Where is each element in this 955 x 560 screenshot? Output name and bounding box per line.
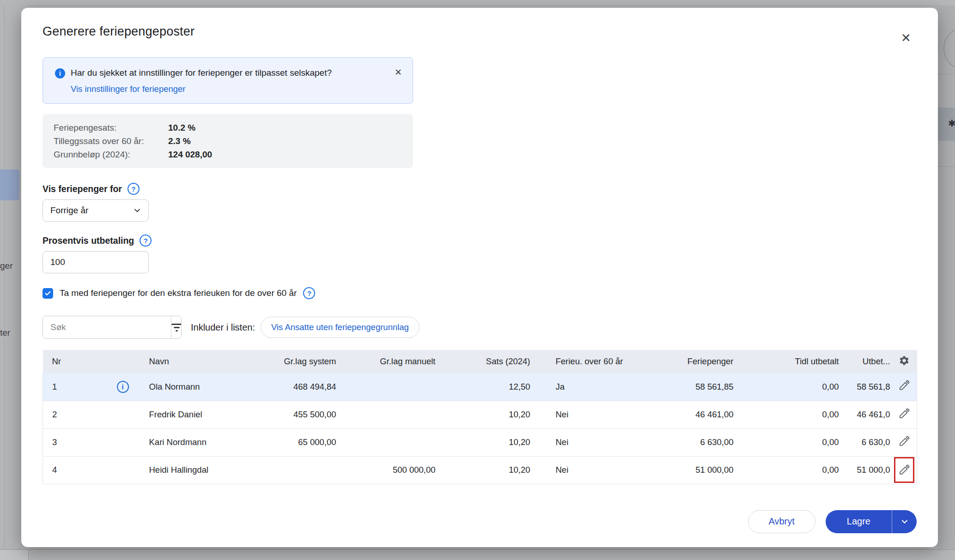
table-row[interactable]: 4 Heidi Hallingdal 500 000,00 10,20 Nei …	[43, 456, 917, 484]
show-employees-without-basis-button[interactable]: Vis Ansatte uten feriepengegrunnlag	[261, 317, 420, 338]
over60-checkbox[interactable]	[43, 288, 53, 299]
table-row[interactable]: 3 Kari Nordmann 65 000,00 10,20 Nei 6 63…	[43, 428, 917, 456]
cell-navn: Kari Nordmann	[140, 428, 230, 456]
help-icon[interactable]: ?	[128, 183, 140, 195]
summary-label: Feriepengesats:	[54, 121, 168, 134]
summary-value: 2.3 %	[168, 134, 402, 148]
help-icon[interactable]: ?	[140, 235, 152, 247]
screen: ger ter ✱ Generere feriepengeposter ✕ i …	[0, 0, 955, 560]
col-header-info	[108, 350, 140, 373]
cell-nr: 3	[43, 428, 108, 456]
period-select-value: Forrige år	[50, 205, 88, 216]
cell-sats: 12,50	[445, 373, 540, 401]
col-header-sats: Sats (2024)	[445, 350, 540, 373]
col-header-grlag-manuelt: Gr.lag manuelt	[346, 350, 445, 373]
col-header-settings	[892, 350, 917, 373]
cell-tidl-utbetalt: 0,00	[743, 373, 848, 401]
table-row[interactable]: 2 Fredrik Daniel 455 500,00 10,20 Nei 46…	[43, 401, 917, 428]
backdrop-divider	[28, 6, 955, 6]
edit-pencil-icon[interactable]	[898, 408, 910, 420]
over60-checkbox-label: Ta med feriepenger for den ekstra ferieu…	[60, 288, 297, 298]
save-button[interactable]: Lagre	[826, 510, 892, 533]
rates-summary-box: Feriepengesats: 10.2 % Tilleggssats over…	[43, 114, 413, 168]
cell-actions	[892, 456, 917, 484]
cell-utbet: 58 561,8	[848, 373, 892, 401]
cell-grlag-system: 65 000,00	[230, 428, 346, 456]
cell-info	[108, 456, 140, 484]
cell-tidl-utbetalt: 0,00	[743, 456, 848, 484]
cell-actions	[892, 373, 917, 401]
backdrop-sidebar-text-fragment: ger	[0, 261, 12, 271]
summary-value: 124 028,00	[168, 148, 402, 161]
cell-ferieu: Nei	[540, 401, 651, 428]
cell-info	[108, 428, 140, 456]
banner-close-icon[interactable]: ✕	[392, 66, 404, 78]
summary-label: Tilleggssats over 60 år:	[54, 134, 168, 148]
table-settings-gear-icon[interactable]	[899, 355, 910, 366]
col-header-feriepenger: Feriepenger	[651, 350, 743, 373]
period-select[interactable]: Forrige år	[43, 199, 149, 222]
edit-pencil-icon[interactable]	[898, 379, 910, 391]
chevron-down-icon	[900, 517, 909, 526]
cell-sats: 10,20	[445, 428, 540, 456]
backdrop-partial-icon: ✱	[948, 118, 955, 128]
backdrop-sidebar-text-fragment: ter	[0, 328, 10, 338]
cancel-button[interactable]: Avbryt	[748, 510, 815, 533]
col-header-nr: Nr	[43, 350, 108, 373]
help-icon[interactable]: ?	[303, 287, 315, 299]
edit-pencil-icon[interactable]	[898, 464, 910, 476]
cell-ferieu: Ja	[540, 373, 651, 401]
cell-tidl-utbetalt: 0,00	[743, 401, 848, 428]
col-header-ferieu: Ferieu. over 60 år	[540, 350, 651, 373]
backdrop-right-strip	[938, 6, 955, 549]
summary-value: 10.2 %	[168, 121, 402, 134]
banner-message: Har du sjekket at innstillinger for feri…	[71, 68, 350, 78]
cell-utbet: 51 000,0	[848, 456, 892, 484]
table-header-row: Nr Navn Gr.lag system Gr.lag manuelt Sat…	[43, 350, 917, 373]
cell-grlag-system: 455 500,00	[230, 401, 346, 428]
dialog-title: Generere feriepengeposter	[43, 24, 917, 39]
info-icon: i	[55, 68, 65, 78]
col-header-tidl-utbetalt: Tidl utbetalt	[743, 350, 848, 373]
include-in-list-label: Inkluder i listen:	[191, 322, 255, 333]
cell-feriepenger: 51 000,00	[651, 456, 743, 484]
edit-pencil-icon[interactable]	[898, 435, 910, 447]
backdrop-divider	[938, 166, 955, 167]
row-info-icon[interactable]: i	[117, 381, 129, 393]
percent-payout-input[interactable]	[43, 251, 149, 273]
cell-nr: 1	[43, 373, 108, 401]
cell-feriepenger: 58 561,85	[651, 373, 743, 401]
cell-navn: Fredrik Daniel	[140, 401, 230, 428]
show-settings-link[interactable]: Vis innstillinger for feriepenger	[71, 84, 186, 94]
backdrop-sidebar-divider	[4, 6, 5, 549]
backdrop-selected-sidebar-item	[0, 169, 19, 200]
cell-sats: 10,20	[445, 401, 540, 428]
table-row[interactable]: 1 i Ola Normann 468 494,84 12,50 Ja 58 5…	[43, 373, 917, 401]
cell-grlag-system: 468 494,84	[230, 373, 346, 401]
cell-info: i	[108, 373, 140, 401]
search-box	[43, 316, 182, 339]
cell-info	[108, 401, 140, 428]
cell-grlag-manuelt	[346, 428, 445, 456]
summary-label: Grunnbeløp (2024):	[54, 148, 168, 161]
cell-navn: Heidi Hallingdal	[140, 456, 230, 484]
cell-sats: 10,20	[445, 456, 540, 484]
search-input[interactable]	[43, 316, 171, 338]
filter-button[interactable]	[171, 316, 182, 338]
cell-nr: 2	[43, 401, 108, 428]
settings-info-banner: i Har du sjekket at innstillinger for fe…	[43, 57, 413, 104]
cell-utbet: 46 461,0	[848, 401, 892, 428]
save-dropdown-button[interactable]	[892, 510, 917, 533]
cell-actions	[892, 401, 917, 428]
backdrop-bottom-left-panel	[0, 550, 29, 560]
save-split-button: Lagre	[826, 510, 917, 533]
dialog-close-button[interactable]: ✕	[898, 30, 914, 46]
col-header-utbet: Utbet...	[848, 350, 892, 373]
holiday-pay-table: Nr Navn Gr.lag system Gr.lag manuelt Sat…	[43, 350, 917, 484]
cell-grlag-manuelt	[346, 373, 445, 401]
cell-ferieu: Nei	[540, 456, 651, 484]
cell-grlag-manuelt: 500 000,00	[346, 456, 445, 484]
percent-payout-label: Prosentvis utbetaling	[43, 235, 134, 246]
highlighted-action-box	[894, 457, 914, 483]
cell-feriepenger: 6 630,00	[651, 428, 743, 456]
